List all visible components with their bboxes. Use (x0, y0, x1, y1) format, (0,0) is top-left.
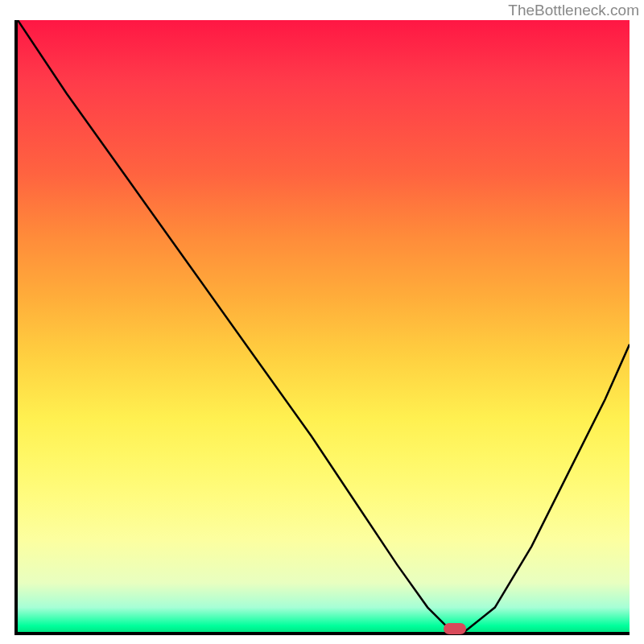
optimal-marker (444, 623, 466, 634)
chart-area (14, 20, 630, 635)
watermark-text: TheBottleneck.com (508, 2, 639, 19)
bottleneck-curve (18, 20, 630, 632)
